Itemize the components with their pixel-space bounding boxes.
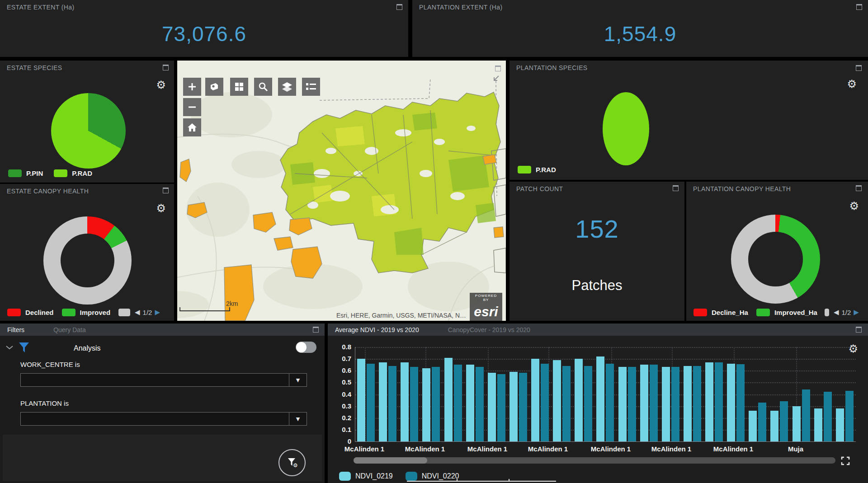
esri-logo[interactable]: POWERED BY esri: [470, 293, 502, 318]
maximize-icon[interactable]: [163, 65, 169, 70]
estate-canopy-donut[interactable]: [43, 216, 132, 305]
bar-ndvi_0220-18[interactable]: [736, 364, 745, 441]
maximize-icon[interactable]: [495, 66, 501, 71]
page-prev-icon[interactable]: ◀: [135, 308, 140, 316]
page-prev-icon[interactable]: ◀: [834, 308, 839, 316]
bar-ndvi_0220-11[interactable]: [584, 366, 592, 441]
bar-ndvi_0220-1[interactable]: [367, 364, 375, 441]
x-tick-label: McAlinden 1: [344, 445, 384, 453]
bar-ndvi_0219-2[interactable]: [379, 362, 387, 441]
chart-scrollbar[interactable]: [354, 457, 835, 464]
bar-ndvi_0219-11[interactable]: [575, 359, 583, 441]
bar-ndvi_0219-13[interactable]: [618, 367, 627, 441]
maximize-icon[interactable]: [856, 65, 862, 71]
tab-canopycover[interactable]: CanopyCover - 2019 vs 2020: [448, 326, 530, 333]
work-centre-dropdown[interactable]: ▼: [20, 373, 307, 387]
bar-ndvi_0220-10[interactable]: [562, 366, 571, 441]
maximize-icon[interactable]: [856, 185, 862, 191]
page-next-icon[interactable]: ▶: [854, 308, 859, 316]
collapse-arrow-icon[interactable]: [492, 75, 500, 82]
panel-ndvi-chart: Average NDVI - 2019 vs 2020 CanopyCover …: [328, 324, 868, 483]
apply-filter-button[interactable]: ⚙: [278, 449, 306, 476]
plantation-dropdown[interactable]: ▼: [20, 412, 307, 426]
tab-query-data[interactable]: Query Data: [53, 326, 86, 333]
plantation-canopy-donut[interactable]: [731, 215, 820, 304]
bar-ndvi_0219-22[interactable]: [814, 408, 822, 441]
dropdown-arrow-icon[interactable]: ▼: [289, 413, 307, 425]
bar-ndvi_0219-16[interactable]: [684, 366, 692, 441]
bar-ndvi_0220-19[interactable]: [758, 403, 766, 441]
bar-ndvi_0219-21[interactable]: [793, 406, 801, 441]
bar-ndvi_0220-13[interactable]: [628, 367, 636, 441]
bar-ndvi_0220-9[interactable]: [541, 364, 549, 441]
gear-icon[interactable]: ⚙: [156, 80, 166, 90]
dropdown-arrow-icon[interactable]: ▼: [289, 374, 307, 386]
legend-label: Improved_Ha: [774, 309, 817, 316]
x-tick-label: McAlinden 1: [405, 445, 445, 453]
bar-ndvi_0219-7[interactable]: [488, 373, 496, 441]
maximize-icon[interactable]: [163, 188, 169, 193]
ndvi-plot[interactable]: [355, 347, 856, 442]
bar-ndvi_0220-21[interactable]: [802, 389, 810, 441]
bar-ndvi_0219-14[interactable]: [640, 365, 648, 441]
bar-ndvi_0220-2[interactable]: [388, 366, 396, 441]
estate-species-pie[interactable]: [51, 93, 126, 169]
maximize-icon[interactable]: [313, 327, 319, 333]
maximize-icon[interactable]: [396, 4, 402, 10]
tab-average-ndvi[interactable]: Average NDVI - 2019 vs 2020: [335, 326, 419, 333]
bar-ndvi_0219-12[interactable]: [596, 356, 604, 441]
gear-icon[interactable]: ⚙: [849, 201, 859, 211]
search-icon[interactable]: [254, 78, 272, 96]
bar-ndvi_0219-15[interactable]: [662, 367, 670, 441]
bar-ndvi_0219-8[interactable]: [509, 372, 518, 441]
bar-ndvi_0219-4[interactable]: [422, 368, 430, 441]
tab-filters[interactable]: Filters: [7, 326, 24, 333]
bar-ndvi_0220-16[interactable]: [693, 366, 701, 441]
bar-ndvi_0219-5[interactable]: [444, 358, 453, 441]
bar-ndvi_0219-20[interactable]: [770, 411, 778, 441]
basemap-gallery-icon[interactable]: [230, 78, 248, 96]
bar-ndvi_0219-19[interactable]: [749, 411, 757, 441]
home-button[interactable]: [183, 118, 201, 136]
bar-ndvi_0219-18[interactable]: [727, 364, 735, 441]
maximize-icon[interactable]: [673, 185, 679, 191]
bookmarks-icon[interactable]: [205, 78, 223, 96]
bar-ndvi_0219-23[interactable]: [836, 408, 844, 441]
bar-ndvi_0220-7[interactable]: [497, 374, 505, 441]
svg-text:⚙: ⚙: [293, 462, 298, 469]
bar-ndvi_0220-6[interactable]: [476, 367, 484, 441]
zoom-in-button[interactable]: [183, 78, 201, 96]
bar-ndvi_0219-3[interactable]: [401, 362, 409, 441]
expand-icon[interactable]: [841, 456, 850, 465]
map-canvas[interactable]: [177, 61, 506, 321]
bar-ndvi_0220-23[interactable]: [845, 391, 854, 441]
bar-ndvi_0220-22[interactable]: [824, 392, 832, 441]
bar-ndvi_0219-9[interactable]: [531, 359, 539, 441]
bar-ndvi_0220-12[interactable]: [606, 364, 614, 441]
filter-toggle[interactable]: [296, 342, 316, 353]
page-next-icon[interactable]: ▶: [155, 308, 160, 316]
zoom-out-button[interactable]: [183, 98, 201, 116]
bar-ndvi_0220-4[interactable]: [432, 367, 440, 441]
bar-ndvi_0220-5[interactable]: [454, 365, 462, 441]
bar-ndvi_0220-20[interactable]: [780, 401, 788, 441]
x-tick-label: McAlinden 1: [651, 445, 691, 453]
legend-list-icon[interactable]: [302, 78, 320, 96]
bar-ndvi_0219-1[interactable]: [357, 359, 365, 441]
bar-ndvi_0220-3[interactable]: [410, 367, 418, 441]
plantation-species-pie[interactable]: [603, 92, 649, 165]
bar-ndvi_0219-17[interactable]: [705, 362, 713, 441]
bar-ndvi_0220-15[interactable]: [671, 367, 679, 441]
maximize-icon[interactable]: [856, 327, 862, 333]
gear-icon[interactable]: ⚙: [847, 79, 857, 89]
bar-ndvi_0220-14[interactable]: [650, 365, 658, 441]
bar-ndvi_0219-6[interactable]: [466, 365, 474, 441]
layers-icon[interactable]: [278, 78, 296, 96]
bar-ndvi_0220-8[interactable]: [519, 373, 527, 441]
bar-ndvi_0220-17[interactable]: [715, 362, 723, 441]
chart-scrollbar-thumb[interactable]: [354, 457, 427, 464]
maximize-icon[interactable]: [856, 4, 862, 10]
chevron-down-icon[interactable]: [5, 345, 14, 350]
gear-icon[interactable]: ⚙: [156, 203, 166, 214]
bar-ndvi_0219-10[interactable]: [553, 360, 561, 441]
